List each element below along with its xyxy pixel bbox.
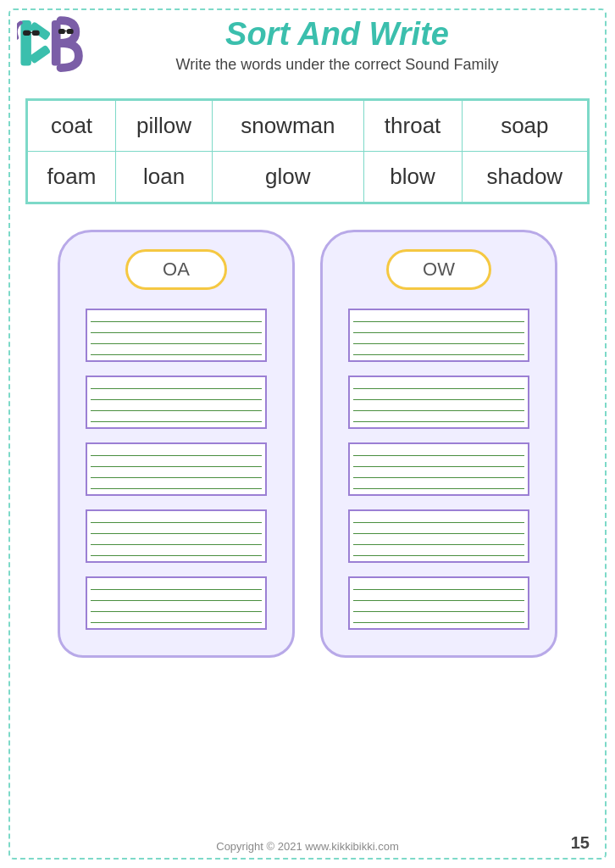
page-number: 15 <box>571 833 590 853</box>
page-border <box>8 8 607 860</box>
footer: Copyright © 2021 www.kikkibikki.com <box>0 840 615 853</box>
copyright-text: Copyright © 2021 www.kikkibikki.com <box>216 840 398 853</box>
